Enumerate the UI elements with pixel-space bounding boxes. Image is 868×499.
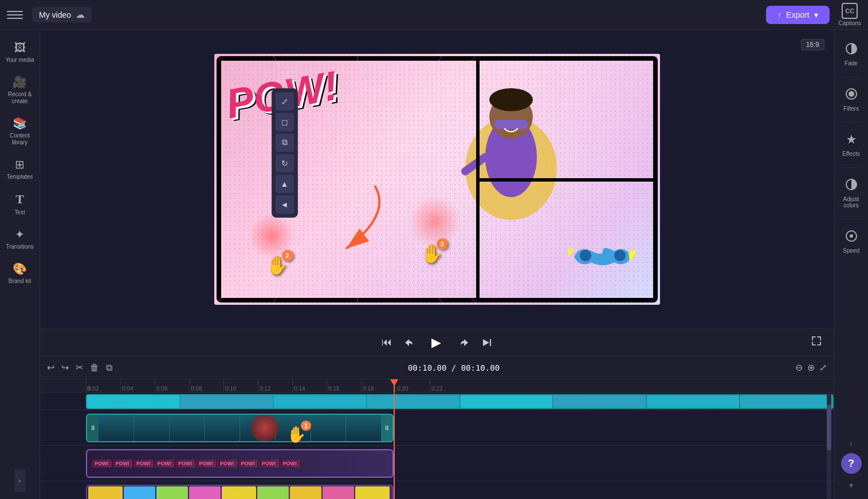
timeline-ruler: 0 0:02 0:04 0:06 0:08 bbox=[40, 379, 834, 393]
right-sidebar-collapse-button[interactable]: ‹ bbox=[850, 438, 853, 449]
skip-to-start-button[interactable]: ⏮ bbox=[382, 336, 392, 348]
brand-kit-icon: 🎨 bbox=[13, 262, 27, 276]
text-icon: T bbox=[15, 192, 24, 207]
adjust-colors-label: Adjustcolors bbox=[843, 196, 859, 209]
play-pause-button[interactable]: ▶ bbox=[426, 332, 447, 353]
video-controls: ⏮ ▶ bbox=[40, 328, 834, 356]
undo-button[interactable]: ↩ bbox=[47, 362, 54, 373]
captions-button[interactable]: CC Captions bbox=[839, 3, 861, 26]
left-sidebar: 🖼 Your media 🎥 Record &create 📚 Contentl… bbox=[0, 30, 40, 499]
svg-line-16 bbox=[358, 54, 443, 180]
menu-button[interactable] bbox=[7, 7, 23, 23]
pow-clip[interactable]: POW! POW! POW! POW! POW! POW! POW! POW! … bbox=[86, 449, 394, 478]
video-canvas: POW! bbox=[214, 54, 660, 305]
sidebar-item-brand-kit[interactable]: 🎨 Brand kit bbox=[2, 257, 38, 289]
right-divider-3 bbox=[840, 167, 863, 168]
aspect-ratio-badge[interactable]: 16:9 bbox=[801, 39, 824, 50]
skip-to-end-button[interactable] bbox=[481, 337, 493, 348]
filters-icon bbox=[845, 88, 858, 103]
speed-label: Speed bbox=[843, 247, 859, 254]
svg-point-28 bbox=[849, 91, 854, 97]
top-strip-clip bbox=[86, 394, 834, 409]
svg-marker-24 bbox=[483, 339, 489, 346]
zoom-in-button[interactable]: ⊕ bbox=[807, 362, 815, 373]
playhead-ruler bbox=[394, 379, 395, 393]
speed-icon bbox=[845, 230, 858, 245]
track-row-top bbox=[40, 393, 834, 410]
timeline-time-display: 00:10.00 / 00:10.00 bbox=[119, 363, 788, 372]
glow-circle-2 bbox=[409, 196, 461, 247]
redo-button[interactable]: ↪ bbox=[61, 362, 69, 373]
playhead-triangle bbox=[390, 379, 398, 386]
cloud-save-icon: ☁ bbox=[76, 9, 85, 20]
toolbar-move-btn[interactable]: ⤢ bbox=[276, 92, 294, 111]
sidebar-label-content-library: Contentlibrary bbox=[10, 132, 30, 146]
right-divider-1 bbox=[840, 77, 863, 77]
color-clip[interactable] bbox=[86, 485, 394, 500]
captions-label: Captions bbox=[839, 20, 861, 26]
timeline-cursor-badge-1: 1 bbox=[301, 421, 311, 431]
timeline-tracks: ⏸ bbox=[40, 393, 834, 499]
project-title-area[interactable]: My video ☁ bbox=[32, 7, 92, 22]
delete-button[interactable]: 🗑 bbox=[90, 363, 99, 373]
svg-rect-25 bbox=[490, 339, 491, 346]
export-button[interactable]: ↑ Export ▾ bbox=[766, 6, 829, 24]
hand-cursor-3: ✋ 3 bbox=[421, 243, 443, 265]
cursor-badge-3: 3 bbox=[437, 238, 448, 250]
cut-button[interactable]: ✂ bbox=[76, 362, 83, 373]
fullscreen-button[interactable] bbox=[811, 335, 822, 349]
sidebar-item-text[interactable]: T Text bbox=[2, 187, 38, 221]
center-area: 16:9 POW! bbox=[40, 30, 834, 499]
right-divider-4 bbox=[840, 219, 863, 219]
toolbar-rotate-btn[interactable]: ↻ bbox=[276, 154, 294, 172]
sidebar-item-transitions[interactable]: ✦ Transitions bbox=[2, 223, 38, 255]
forward-button[interactable] bbox=[458, 337, 470, 348]
right-sidebar: Fade Filters Effects bbox=[834, 30, 868, 499]
clip-pause-left: ⏸ bbox=[89, 424, 96, 432]
right-sidebar-item-speed[interactable]: Speed bbox=[835, 226, 867, 257]
sidebar-item-content-library[interactable]: 📚 Contentlibrary bbox=[2, 112, 38, 151]
chevron-down-icon[interactable]: ▾ bbox=[849, 481, 853, 490]
video-canvas-inner: POW! bbox=[214, 54, 660, 305]
video-clip[interactable]: ⏸ bbox=[86, 414, 394, 442]
timeline-scrollbar-thumb[interactable] bbox=[827, 404, 831, 450]
right-sidebar-item-adjust-colors[interactable]: Adjustcolors bbox=[835, 175, 867, 212]
sidebar-label-templates: Templates bbox=[7, 174, 33, 180]
timeline-toolbar: ↩ ↪ ✂ 🗑 ⧉ 00:10.00 / 00:10.00 ⊖ ⊕ ⤢ bbox=[40, 356, 834, 379]
sidebar-label-your-media: Your media bbox=[5, 57, 34, 64]
toolbar-crop-btn[interactable]: ◻ bbox=[276, 113, 294, 131]
video-preview-area: 16:9 POW! bbox=[40, 30, 834, 328]
fade-label: Fade bbox=[845, 60, 858, 66]
transitions-icon: ✦ bbox=[15, 227, 25, 241]
toolbar-duplicate-btn[interactable]: ⧉ bbox=[276, 133, 294, 152]
sidebar-label-record-create: Record &create bbox=[8, 91, 32, 105]
effects-icon bbox=[845, 133, 858, 148]
adjust-colors-icon bbox=[845, 178, 858, 194]
copy-button[interactable]: ⧉ bbox=[106, 363, 112, 373]
expand-timeline-button[interactable]: ⤢ bbox=[819, 362, 827, 373]
record-icon: 🎥 bbox=[13, 75, 27, 89]
project-title: My video bbox=[39, 10, 71, 19]
sidebar-item-your-media[interactable]: 🖼 Your media bbox=[2, 37, 38, 68]
track-row-pow: POW! POW! POW! POW! POW! POW! POW! POW! … bbox=[40, 446, 834, 481]
rewind-button[interactable] bbox=[403, 337, 415, 348]
sidebar-item-templates[interactable]: ⊞ Templates bbox=[2, 153, 38, 185]
filters-label: Filters bbox=[843, 105, 859, 112]
video-click-indicator bbox=[250, 414, 279, 442]
pow-clip-pattern: POW! POW! POW! POW! POW! POW! POW! POW! … bbox=[87, 450, 392, 477]
timeline-scrollbar[interactable] bbox=[827, 393, 831, 499]
your-media-icon: 🖼 bbox=[14, 41, 26, 54]
right-sidebar-item-filters[interactable]: Filters bbox=[835, 84, 867, 115]
arrow-pointer bbox=[289, 180, 403, 254]
right-sidebar-item-fade[interactable]: Fade bbox=[835, 39, 867, 70]
hand-cursor-2: ✋ 2 bbox=[266, 254, 289, 276]
video-clip-thumbnails bbox=[99, 414, 381, 442]
svg-point-31 bbox=[850, 234, 853, 238]
templates-icon: ⊞ bbox=[15, 158, 25, 171]
zoom-out-button[interactable]: ⊖ bbox=[795, 362, 803, 373]
export-chevron-icon: ▾ bbox=[814, 10, 818, 19]
sidebar-collapse-button[interactable]: › bbox=[14, 469, 26, 492]
right-sidebar-item-effects[interactable]: Effects bbox=[835, 129, 867, 160]
sidebar-item-record-create[interactable]: 🎥 Record &create bbox=[2, 70, 38, 109]
help-button[interactable]: ? bbox=[841, 453, 862, 474]
